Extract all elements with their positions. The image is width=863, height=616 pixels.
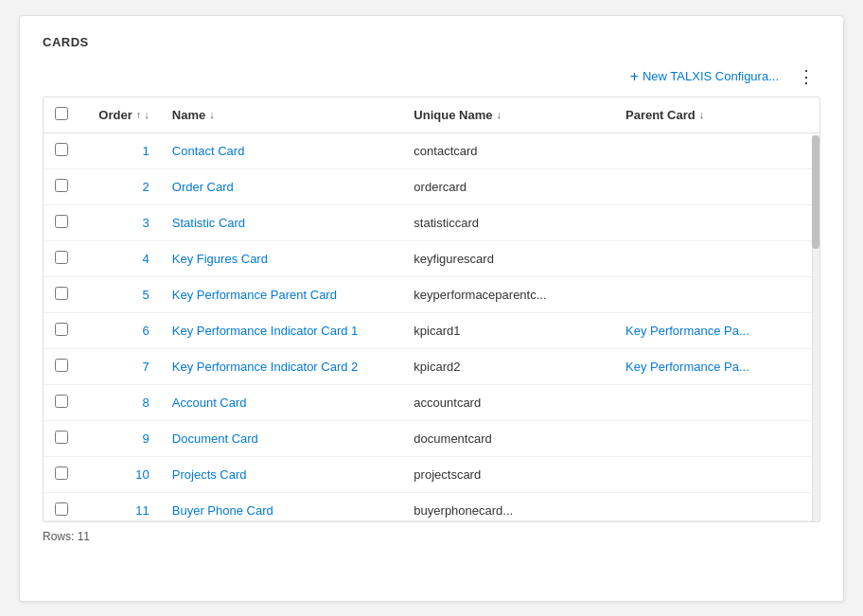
- row-checkbox[interactable]: [55, 359, 68, 372]
- order-link[interactable]: 2: [143, 180, 150, 194]
- parent-card-column-header[interactable]: Parent Card ↓: [618, 97, 819, 133]
- page-title: CARDS: [43, 35, 820, 49]
- order-link[interactable]: 7: [143, 360, 150, 374]
- row-checkbox[interactable]: [55, 466, 68, 480]
- name-link[interactable]: Key Performance Parent Card: [172, 288, 337, 302]
- row-parent-card: [618, 276, 819, 312]
- row-checkbox-cell: [44, 420, 84, 456]
- row-name: Document Card: [165, 420, 407, 456]
- row-unique-name: keyperformaceparentc...: [406, 276, 618, 312]
- table-row: 5Key Performance Parent Cardkeyperformac…: [44, 276, 819, 312]
- plus-icon: +: [630, 68, 639, 85]
- partial-row-checkbox[interactable]: [55, 502, 68, 516]
- select-all-header[interactable]: [44, 97, 84, 133]
- table-header-row: Order ↑ ↓ Name ↓ Unique Name ↓: [44, 97, 819, 133]
- more-icon: ⋮: [798, 66, 815, 87]
- row-unique-name: kpicard2: [406, 348, 618, 384]
- order-link[interactable]: 3: [143, 216, 150, 230]
- name-link[interactable]: Statistic Card: [172, 216, 245, 230]
- table-row: 7Key Performance Indicator Card 2kpicard…: [44, 348, 819, 384]
- partial-order-link[interactable]: 11: [135, 503, 149, 518]
- row-unique-name: kpicard1: [406, 312, 618, 348]
- row-checkbox-cell: [44, 204, 84, 240]
- unique-name-sort-icon: ↓: [496, 109, 502, 120]
- row-name: Key Figures Card: [165, 240, 407, 276]
- unique-name-column-header[interactable]: Unique Name ↓: [406, 97, 618, 133]
- table-row: 2Order Cardordercard: [44, 168, 819, 204]
- row-checkbox[interactable]: [55, 251, 68, 264]
- data-table-wrapper: Order ↑ ↓ Name ↓ Unique Name ↓: [43, 97, 820, 522]
- row-checkbox-cell: [44, 240, 84, 276]
- order-link[interactable]: 6: [143, 324, 150, 338]
- row-unique-name: contactcard: [406, 132, 618, 168]
- name-link[interactable]: Contact Card: [172, 144, 245, 158]
- name-column-header[interactable]: Name ↓: [165, 97, 407, 133]
- row-checkbox[interactable]: [55, 323, 68, 336]
- row-checkbox-cell: [44, 168, 84, 204]
- row-unique-name: documentcard: [406, 420, 618, 456]
- row-name: Key Performance Indicator Card 1: [165, 312, 407, 348]
- row-checkbox[interactable]: [55, 431, 68, 444]
- name-link[interactable]: Order Card: [172, 180, 234, 194]
- cards-page: CARDS + New TALXIS Configura... ⋮ Order …: [19, 15, 844, 602]
- order-column-header[interactable]: Order ↑ ↓: [84, 97, 165, 133]
- row-checkbox[interactable]: [55, 395, 68, 408]
- row-checkbox-cell: [44, 384, 84, 420]
- row-checkbox-cell: [44, 312, 84, 348]
- more-options-button[interactable]: ⋮: [792, 64, 820, 89]
- scrollbar[interactable]: [812, 135, 819, 521]
- order-link[interactable]: 1: [143, 144, 150, 158]
- row-checkbox[interactable]: [55, 143, 68, 156]
- partial-parent-card: [618, 492, 819, 520]
- scrollbar-thumb[interactable]: [812, 135, 819, 249]
- row-checkbox-cell: [44, 276, 84, 312]
- row-parent-card: [618, 132, 819, 168]
- order-link[interactable]: 9: [143, 431, 150, 446]
- row-order: 2: [84, 168, 165, 204]
- row-parent-card: [618, 168, 819, 204]
- name-link[interactable]: Key Performance Indicator Card 1: [172, 324, 359, 338]
- row-name: Contact Card: [165, 132, 407, 168]
- row-unique-name: statisticcard: [406, 204, 618, 240]
- row-checkbox[interactable]: [55, 215, 68, 228]
- unique-name-header-label: Unique Name: [414, 108, 492, 122]
- new-config-button[interactable]: + New TALXIS Configura...: [625, 64, 784, 89]
- name-link[interactable]: Key Performance Indicator Card 2: [172, 360, 359, 374]
- name-link[interactable]: Key Figures Card: [172, 252, 268, 266]
- row-parent-card: [618, 384, 819, 420]
- row-unique-name: accountcard: [406, 384, 618, 420]
- row-checkbox[interactable]: [55, 287, 68, 300]
- row-parent-card: Key Performance Pa...: [618, 348, 819, 384]
- table-row: 9Document Carddocumentcard: [44, 420, 819, 456]
- row-unique-name: projectscard: [406, 456, 618, 492]
- row-checkbox-cell: [44, 456, 84, 492]
- parent-card-header-label: Parent Card: [625, 108, 696, 122]
- row-order: 8: [84, 384, 165, 420]
- name-link[interactable]: Projects Card: [172, 467, 247, 482]
- row-checkbox[interactable]: [55, 179, 68, 192]
- row-name: Projects Card: [165, 456, 407, 492]
- row-name: Key Performance Indicator Card 2: [165, 348, 407, 384]
- parent-card-link[interactable]: Key Performance Pa...: [625, 324, 749, 338]
- parent-card-link[interactable]: Key Performance Pa...: [625, 360, 749, 374]
- row-name: Account Card: [165, 384, 407, 420]
- partial-name-link[interactable]: Buyer Phone Card: [172, 503, 273, 518]
- toolbar: + New TALXIS Configura... ⋮: [43, 64, 820, 89]
- name-link[interactable]: Account Card: [172, 396, 247, 410]
- order-link[interactable]: 10: [135, 467, 149, 482]
- partial-name: Buyer Phone Card: [165, 492, 407, 520]
- name-link[interactable]: Document Card: [172, 431, 258, 446]
- order-link[interactable]: 4: [143, 252, 150, 266]
- order-link[interactable]: 8: [143, 396, 150, 410]
- row-name: Order Card: [165, 168, 407, 204]
- row-parent-card: [618, 204, 819, 240]
- name-header-label: Name: [172, 108, 205, 122]
- table-row: 4Key Figures Cardkeyfigurescard: [44, 240, 819, 276]
- row-parent-card: [618, 240, 819, 276]
- row-unique-name: ordercard: [406, 168, 618, 204]
- order-link[interactable]: 5: [143, 288, 150, 302]
- row-name: Statistic Card: [165, 204, 407, 240]
- new-button-label: New TALXIS Configura...: [643, 69, 779, 83]
- select-all-checkbox[interactable]: [55, 107, 68, 120]
- rows-count: Rows: 11: [43, 530, 820, 543]
